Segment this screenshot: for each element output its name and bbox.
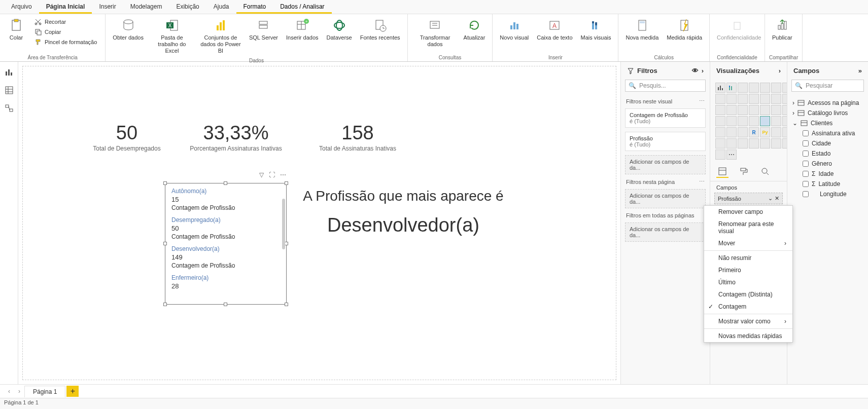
filter-add-well[interactable]: Adicionar os campos de da... <box>625 155 706 174</box>
viz-type-button[interactable] <box>782 127 787 137</box>
viz-type-button[interactable] <box>715 116 725 126</box>
more-icon[interactable]: ⋯ <box>280 171 286 178</box>
viz-type-button[interactable] <box>771 116 781 126</box>
tab-dados[interactable]: Dados / Analisar <box>273 0 331 14</box>
field-checkbox[interactable] <box>803 130 809 136</box>
viz-type-button[interactable] <box>749 105 759 115</box>
filter-card[interactable]: Profissãoé (Tudo) <box>625 132 706 151</box>
more-icon[interactable]: ⋯ <box>699 98 705 104</box>
report-canvas[interactable]: 50 Total de Desempregados 33,33% Porcent… <box>18 62 620 384</box>
sql-server-button[interactable]: SQL Server <box>246 15 281 43</box>
viz-type-button[interactable] <box>738 138 748 148</box>
viz-type-button[interactable] <box>726 127 737 137</box>
viz-type-button[interactable] <box>760 116 770 126</box>
filter-add-well[interactable]: Adicionar os campos de da... <box>625 222 706 242</box>
quick-measure-button[interactable]: Medida rápida <box>664 15 705 43</box>
report-view-button[interactable] <box>2 65 16 79</box>
page-tab[interactable]: Página 1 <box>24 386 65 397</box>
viz-type-button[interactable] <box>782 94 787 104</box>
viz-type-button[interactable] <box>715 127 725 137</box>
viz-type-button[interactable] <box>738 127 748 137</box>
transform-data-button[interactable]: Transformar dados <box>412 15 459 50</box>
add-page-button[interactable]: + <box>66 386 79 397</box>
viz-type-button[interactable] <box>738 116 748 126</box>
viz-type-button[interactable] <box>782 105 787 115</box>
viz-type-button[interactable] <box>771 127 781 137</box>
filter-icon[interactable]: ▽ <box>259 171 264 178</box>
format-tab[interactable] <box>738 166 750 178</box>
viz-type-button[interactable] <box>760 138 770 148</box>
text-box-button[interactable]: ACaixa de texto <box>534 15 575 43</box>
field-checkbox[interactable] <box>803 161 809 167</box>
narrative-visual[interactable]: A Profissão que mais aparece é Desenvolv… <box>297 188 510 236</box>
filter-card[interactable]: Contagem de Profissãoé (Tudo) <box>625 108 706 128</box>
ctx-last[interactable]: Último <box>704 276 792 288</box>
publish-button[interactable]: Publicar <box>769 15 795 43</box>
field-idade[interactable]: ΣIdade <box>791 169 864 179</box>
tab-arquivo[interactable]: Arquivo <box>4 0 39 14</box>
viz-type-button[interactable] <box>715 94 725 104</box>
ctx-move[interactable]: Mover› <box>704 237 792 249</box>
enter-data-button[interactable]: +Inserir dados <box>283 15 322 43</box>
field-genero[interactable]: Gênero <box>791 159 864 169</box>
chevron-right-icon[interactable]: » <box>858 67 862 75</box>
field-checkbox[interactable] <box>803 140 809 146</box>
viz-type-button[interactable] <box>715 105 725 115</box>
viz-type-button[interactable] <box>749 94 759 104</box>
viz-type-button[interactable]: Py <box>760 127 770 137</box>
viz-type-button[interactable] <box>749 116 759 126</box>
table-clientes[interactable]: ⌄Clientes <box>791 118 864 128</box>
tab-ajuda[interactable]: Ajuda <box>206 0 236 14</box>
viz-type-button[interactable] <box>782 116 787 126</box>
viz-type-button[interactable] <box>715 150 725 160</box>
chevron-right-icon[interactable]: › <box>779 67 781 75</box>
filters-search[interactable]: 🔍Pesquis... <box>625 80 706 92</box>
eye-icon[interactable]: 👁 <box>692 67 699 75</box>
format-painter-button[interactable]: Pincel de formatação <box>32 38 99 47</box>
field-latitude[interactable]: ΣLatitude <box>791 179 864 189</box>
ctx-remove-field[interactable]: Remover campo <box>704 206 792 218</box>
fields-search[interactable]: 🔍Pesquisar <box>791 80 864 92</box>
field-cidade[interactable]: Cidade <box>791 138 864 148</box>
viz-type-button[interactable] <box>760 105 770 115</box>
ctx-quick-measures[interactable]: Novas medidas rápidas <box>704 330 792 342</box>
cut-button[interactable]: Recortar <box>32 17 99 26</box>
field-longitude[interactable]: Longitude <box>791 189 864 199</box>
viz-type-button[interactable] <box>715 83 725 93</box>
ctx-count-distinct[interactable]: Contagem (Distinta) <box>704 288 792 301</box>
viz-type-button[interactable] <box>771 94 781 104</box>
field-estado[interactable]: Estado <box>791 148 864 159</box>
viz-type-button[interactable] <box>726 116 737 126</box>
viz-type-button[interactable] <box>771 83 781 93</box>
viz-type-button[interactable]: R <box>749 127 759 137</box>
focus-icon[interactable]: ⛶ <box>269 171 275 178</box>
viz-type-button[interactable] <box>760 83 770 93</box>
paste-button[interactable]: Colar <box>4 15 28 43</box>
new-visual-button[interactable]: Novo visual <box>497 15 532 43</box>
field-checkbox[interactable] <box>803 191 809 197</box>
copy-button[interactable]: Copiar <box>32 27 99 36</box>
excel-button[interactable]: XPasta de trabalho do Excel <box>149 15 195 57</box>
field-well-item[interactable]: Profissão⌄✕ <box>714 193 783 204</box>
viz-type-button[interactable] <box>726 94 737 104</box>
chevron-right-icon[interactable]: › <box>702 67 704 75</box>
recent-sources-button[interactable]: Fontes recentes <box>357 15 403 43</box>
prev-page-button[interactable]: ‹ <box>4 388 14 395</box>
viz-type-button[interactable] <box>782 83 787 93</box>
scrollbar[interactable] <box>282 199 285 249</box>
field-checkbox[interactable] <box>803 181 809 187</box>
card-inativas-pct[interactable]: 33,33% Porcentagem Assinaturas Inativas <box>175 122 297 152</box>
viz-type-button[interactable] <box>749 138 759 148</box>
field-checkbox[interactable] <box>803 171 809 177</box>
remove-field-icon[interactable]: ✕ <box>775 195 779 202</box>
viz-type-button[interactable] <box>738 94 748 104</box>
tab-formato[interactable]: Formato <box>236 0 273 14</box>
viz-type-button[interactable] <box>715 138 725 148</box>
viz-type-button[interactable] <box>726 105 737 115</box>
ctx-show-as[interactable]: Mostrar valor como› <box>704 315 792 327</box>
tab-inserir[interactable]: Inserir <box>92 0 123 14</box>
fields-tab[interactable] <box>716 166 728 178</box>
data-view-button[interactable] <box>2 83 16 97</box>
viz-type-button[interactable] <box>771 138 781 148</box>
viz-type-button[interactable] <box>726 138 737 148</box>
